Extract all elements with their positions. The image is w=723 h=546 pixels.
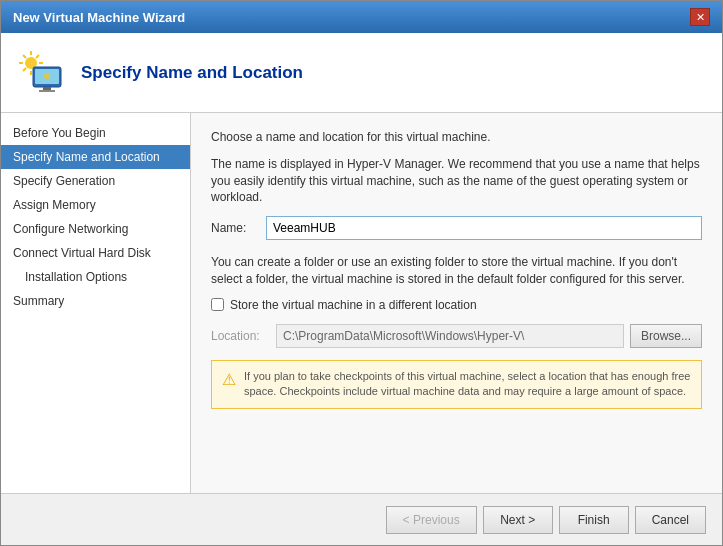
svg-point-13 (44, 73, 50, 79)
description-2: The name is displayed in Hyper-V Manager… (211, 156, 702, 206)
sidebar: Before You Begin Specify Name and Locati… (1, 113, 191, 493)
title-bar: New Virtual Machine Wizard ✕ (1, 1, 722, 33)
page-title: Specify Name and Location (81, 63, 303, 83)
location-checkbox[interactable] (211, 298, 224, 311)
sidebar-item-specify-generation[interactable]: Specify Generation (1, 169, 190, 193)
sidebar-item-specify-name[interactable]: Specify Name and Location (1, 145, 190, 169)
sidebar-item-configure-networking[interactable]: Configure Networking (1, 217, 190, 241)
warning-box: ⚠ If you plan to take checkpoints of thi… (211, 360, 702, 409)
main-panel: Choose a name and location for this virt… (191, 113, 722, 493)
svg-rect-11 (43, 87, 51, 90)
name-input[interactable] (266, 216, 702, 240)
sidebar-item-assign-memory[interactable]: Assign Memory (1, 193, 190, 217)
close-button[interactable]: ✕ (690, 8, 710, 26)
svg-line-7 (23, 68, 26, 71)
warning-text: If you plan to take checkpoints of this … (244, 369, 691, 400)
location-label: Location: (211, 329, 276, 343)
content-area: Before You Begin Specify Name and Locati… (1, 113, 722, 493)
svg-line-6 (36, 55, 39, 58)
browse-button[interactable]: Browse... (630, 324, 702, 348)
name-row: Name: (211, 216, 702, 240)
folder-description: You can create a folder or use an existi… (211, 254, 702, 288)
sidebar-item-installation-options[interactable]: Installation Options (1, 265, 190, 289)
window-title: New Virtual Machine Wizard (13, 10, 185, 25)
location-input[interactable] (276, 324, 624, 348)
vm-icon (17, 49, 65, 97)
footer: < Previous Next > Finish Cancel (1, 493, 722, 545)
wizard-window: New Virtual Machine Wizard ✕ Specify Nam… (0, 0, 723, 546)
finish-button[interactable]: Finish (559, 506, 629, 534)
previous-button[interactable]: < Previous (386, 506, 477, 534)
sidebar-item-connect-vhd[interactable]: Connect Virtual Hard Disk (1, 241, 190, 265)
location-checkbox-row: Store the virtual machine in a different… (211, 298, 702, 312)
svg-line-5 (23, 55, 26, 58)
svg-rect-12 (39, 90, 55, 92)
cancel-button[interactable]: Cancel (635, 506, 706, 534)
sidebar-item-before-you-begin[interactable]: Before You Begin (1, 121, 190, 145)
location-row: Location: Browse... (211, 324, 702, 348)
name-label: Name: (211, 221, 266, 235)
warning-icon: ⚠ (222, 369, 236, 391)
location-checkbox-label[interactable]: Store the virtual machine in a different… (230, 298, 477, 312)
description-1: Choose a name and location for this virt… (211, 129, 702, 146)
header-section: Specify Name and Location (1, 33, 722, 113)
next-button[interactable]: Next > (483, 506, 553, 534)
sidebar-item-summary[interactable]: Summary (1, 289, 190, 313)
